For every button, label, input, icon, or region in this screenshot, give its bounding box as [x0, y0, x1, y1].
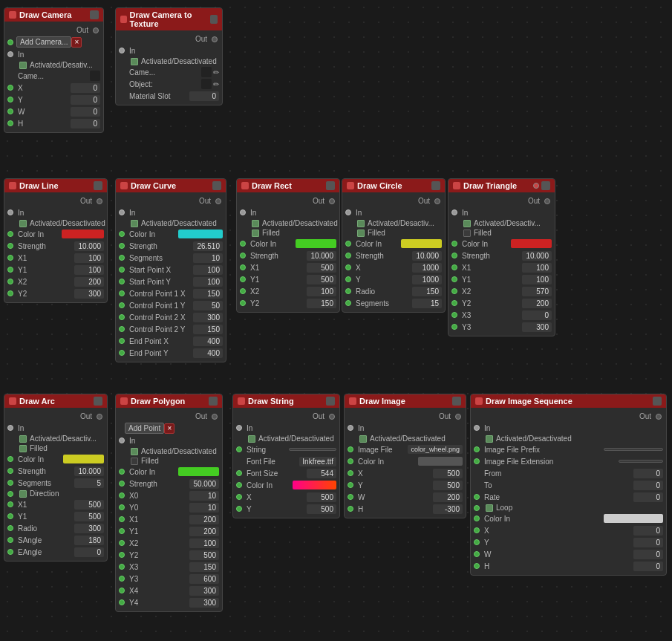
startx-value[interactable]: 100 — [193, 265, 223, 275]
x2-socket[interactable] — [7, 279, 13, 284]
color-socket[interactable] — [119, 469, 125, 475]
y4-value[interactable]: 300 — [189, 598, 219, 608]
w-socket[interactable] — [348, 494, 353, 500]
color-swatch[interactable] — [511, 239, 552, 248]
filled-checkbox[interactable] — [19, 445, 27, 452]
segments-socket[interactable] — [119, 255, 125, 261]
pin-button[interactable] — [541, 181, 550, 190]
x1-value[interactable]: 500 — [74, 500, 104, 510]
out-socket[interactable] — [215, 198, 221, 204]
segments-value[interactable]: 10 — [193, 253, 223, 263]
y1-socket[interactable] — [119, 528, 125, 534]
y2-value[interactable]: 300 — [74, 289, 104, 299]
endx-value[interactable]: 400 — [193, 336, 223, 346]
activated-checkbox[interactable] — [19, 220, 27, 227]
h-socket[interactable] — [474, 563, 480, 569]
startx-socket[interactable] — [119, 267, 125, 273]
camera-swatch[interactable] — [90, 71, 100, 81]
pin-button[interactable] — [431, 181, 440, 190]
y3-value[interactable]: 600 — [189, 574, 219, 584]
strength-socket[interactable] — [240, 253, 246, 258]
y-value[interactable]: 0 — [633, 538, 663, 547]
segments-socket[interactable] — [7, 480, 13, 486]
x1-value[interactable]: 100 — [74, 253, 104, 263]
activated-checkbox[interactable] — [248, 435, 255, 443]
camera-swatch[interactable] — [201, 67, 212, 77]
y3-value[interactable]: 300 — [522, 322, 552, 332]
color-socket[interactable] — [345, 241, 351, 247]
loop-checkbox[interactable] — [486, 504, 493, 512]
color-socket[interactable] — [119, 231, 125, 237]
endy-socket[interactable] — [119, 350, 125, 356]
out-socket[interactable] — [212, 36, 218, 42]
y0-value[interactable]: 10 — [189, 503, 219, 513]
w-value[interactable]: 0 — [71, 107, 100, 117]
y1-value[interactable]: 100 — [74, 265, 104, 275]
cp1y-socket[interactable] — [119, 302, 125, 308]
out-socket[interactable] — [656, 414, 662, 420]
x2-value[interactable]: 570 — [522, 287, 552, 296]
cp2x-socket[interactable] — [119, 314, 125, 320]
strength-value[interactable]: 26.510 — [193, 241, 223, 251]
out-socket[interactable] — [97, 414, 102, 420]
remove-camera-button[interactable]: × — [71, 37, 82, 48]
x1-socket[interactable] — [7, 501, 13, 507]
strength-value[interactable]: 10.000 — [307, 251, 336, 261]
pin-button[interactable] — [326, 181, 335, 190]
x4-socket[interactable] — [119, 588, 125, 593]
y-value[interactable]: 500 — [433, 481, 463, 490]
y1-socket[interactable] — [240, 276, 246, 282]
cp1x-value[interactable]: 150 — [193, 289, 223, 299]
out-socket-header[interactable] — [533, 183, 539, 189]
x-socket[interactable] — [345, 264, 351, 270]
from-value[interactable]: 0 — [633, 469, 663, 478]
fontsize-socket[interactable] — [236, 470, 242, 476]
out-socket[interactable] — [212, 414, 218, 420]
y2-value[interactable]: 500 — [189, 550, 219, 560]
color-swatch[interactable] — [401, 239, 442, 248]
y2-socket[interactable] — [119, 552, 125, 558]
segments-socket[interactable] — [345, 300, 351, 306]
cp2x-value[interactable]: 300 — [193, 313, 223, 322]
x2-socket[interactable] — [451, 288, 457, 294]
rate-socket[interactable] — [474, 494, 480, 500]
y1-value[interactable]: 200 — [189, 527, 219, 536]
color-swatch[interactable] — [63, 455, 104, 463]
image-ext-input[interactable] — [619, 460, 663, 463]
in-socket[interactable] — [119, 209, 125, 215]
y2-value[interactable]: 150 — [307, 299, 336, 308]
in-socket[interactable] — [119, 48, 125, 53]
in-socket[interactable] — [345, 209, 351, 215]
in-socket[interactable] — [474, 425, 480, 431]
image-file-value[interactable]: color_wheel.png — [408, 445, 463, 454]
w-value[interactable]: 200 — [433, 492, 463, 502]
color-swatch[interactable] — [418, 457, 463, 466]
x4-value[interactable]: 300 — [189, 586, 219, 596]
x1-socket[interactable] — [451, 264, 457, 270]
y1-socket[interactable] — [7, 267, 13, 273]
y2-value[interactable]: 200 — [522, 299, 552, 308]
h-value[interactable]: 0 — [71, 119, 100, 128]
color-socket[interactable] — [7, 231, 13, 237]
add-camera-button[interactable]: Add Camera... — [16, 36, 71, 48]
x-value[interactable]: 0 — [633, 526, 663, 536]
strength-value[interactable]: 10.000 — [74, 466, 104, 476]
out-socket[interactable] — [329, 198, 335, 204]
out-socket[interactable] — [544, 198, 550, 204]
object-swatch[interactable] — [201, 79, 212, 89]
y-socket[interactable] — [474, 539, 480, 545]
y-value[interactable]: 500 — [307, 504, 336, 514]
activated-checkbox[interactable] — [19, 435, 27, 443]
filled-checkbox[interactable] — [357, 230, 365, 237]
h-socket[interactable] — [7, 120, 13, 126]
in-socket[interactable] — [348, 425, 353, 431]
x0-value[interactable]: 10 — [189, 491, 219, 501]
color-swatch[interactable] — [293, 481, 337, 489]
string-socket[interactable] — [236, 446, 242, 452]
x3-socket[interactable] — [119, 564, 125, 570]
cp2y-value[interactable]: 150 — [193, 325, 223, 334]
eangle-value[interactable]: 0 — [74, 547, 104, 557]
x-value[interactable]: 0 — [71, 83, 100, 93]
color-swatch[interactable] — [296, 239, 336, 248]
h-socket[interactable] — [348, 506, 353, 512]
